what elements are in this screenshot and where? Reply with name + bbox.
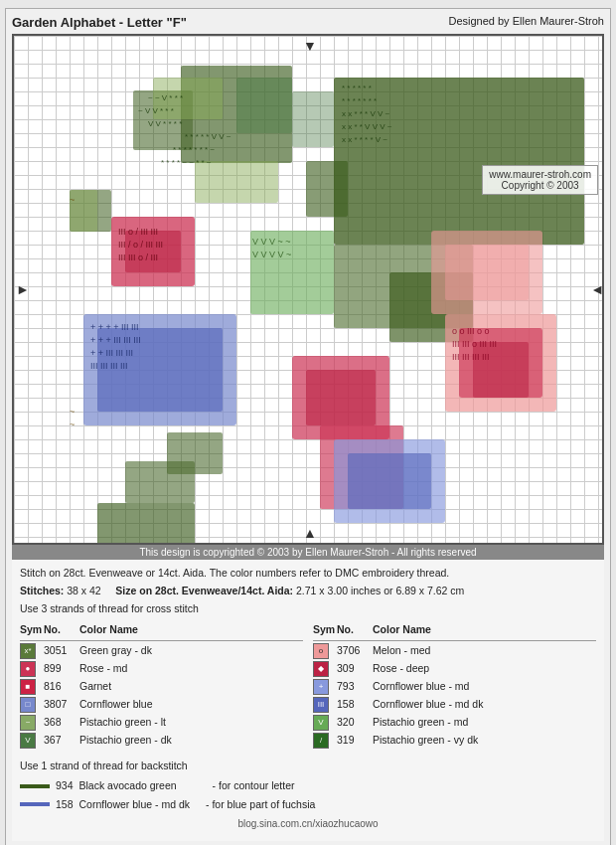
symbol-368: ~: [20, 715, 36, 731]
bs-line-158: [20, 802, 50, 806]
url-line1: www.maurer-stroh.com: [489, 169, 591, 180]
symbol-3051: x*: [20, 643, 36, 659]
name-header-right: Color Name: [373, 622, 596, 638]
svg-text:o o III o o: o o III o o: [452, 326, 490, 336]
size-value: 2.71 x 3.00 inches or 6.89 x 7.62 cm: [296, 585, 464, 596]
svg-text:x x * * * V V ~: x x * * * V V ~: [342, 109, 390, 118]
symbol-3706: o: [313, 643, 329, 659]
footer-url: blog.sina.com.cn/xiaozhucaowo: [20, 816, 596, 835]
symbol-320: V: [313, 715, 329, 731]
legend-row: III 158 Cornflower blue - md dk: [313, 697, 596, 713]
svg-rect-21: [306, 370, 376, 425]
svg-rect-28: [445, 245, 529, 300]
svg-text:III III o / III: III III o / III: [118, 253, 158, 262]
name-368: Pistachio green - lt: [79, 715, 303, 731]
stitch-info-line: Stitch on 28ct. Evenweave or 14ct. Aida.…: [20, 566, 596, 582]
legend-row: o 3706 Melon - med: [313, 643, 596, 659]
legend-right: Sym No. Color Name o 3706 Melon - med ◆ …: [313, 622, 596, 751]
svg-text:* * * * ~ ~ * * ~: * * * * ~ ~ * * ~: [161, 158, 212, 167]
stitches-label: Stitches:: [20, 585, 64, 596]
legend-left-header: Sym No. Color Name: [20, 622, 303, 641]
number-793: 793: [337, 679, 373, 695]
svg-text:+ + III III III: + + III III III: [90, 348, 133, 358]
size-label: Size on 28ct. Evenweave/14ct. Aida:: [115, 585, 293, 596]
no-header-right: No.: [337, 622, 373, 638]
name-309: Rose - deep: [373, 661, 596, 677]
svg-text:~ ~ V * * *: ~ ~ V * * *: [148, 93, 183, 102]
name-367: Pistachio green - dk: [79, 733, 303, 749]
svg-text:* * * * * *: * * * * * *: [342, 84, 372, 92]
symbol-367: V: [20, 733, 36, 749]
legend-row: ~ 368 Pistachio green - lt: [20, 715, 303, 731]
svg-rect-19: [473, 342, 529, 398]
number-368: 368: [44, 715, 79, 731]
symbol-309: ◆: [313, 661, 329, 677]
svg-rect-3: [97, 503, 195, 543]
sym-header-right: Sym: [313, 622, 337, 638]
bs-name-158: Cornflower blue - md dk: [79, 797, 190, 813]
svg-rect-10: [292, 91, 334, 147]
symbol-319: /: [313, 733, 329, 749]
legend-row: V 320 Pistachio green - md: [313, 715, 596, 731]
legend-row: / 319 Pistachio green - vy dk: [313, 733, 596, 749]
symbol-793: +: [313, 679, 329, 695]
number-899: 899: [44, 661, 79, 677]
sym-header-left: Sym: [20, 622, 44, 638]
legend-row: + 793 Cornflower blue - md: [313, 679, 596, 695]
legend-right-header: Sym No. Color Name: [313, 622, 596, 641]
copyright-strip: This design is copyrighted © 2003 by Ell…: [12, 545, 604, 560]
svg-text:V V V V ~: V V V V ~: [252, 250, 291, 259]
number-3706: 3706: [337, 643, 373, 659]
stitches-size-line: Stitches: 38 x 42 Size on 28ct. Evenweav…: [20, 584, 596, 599]
number-320: 320: [337, 715, 373, 731]
svg-text:~: ~: [70, 407, 75, 417]
legend-section: Sym No. Color Name x* 3051 Green gray - …: [20, 622, 596, 751]
svg-text:III o / III III: III o / III III: [118, 227, 158, 237]
svg-rect-5: [167, 432, 223, 474]
svg-rect-16: [125, 231, 181, 272]
pattern-svg: ~ ~ V * * * ~ V V * * * V V * * * * * * …: [14, 36, 604, 543]
legend-row: ◆ 309 Rose - deep: [313, 661, 596, 677]
number-319: 319: [337, 733, 373, 749]
svg-rect-9: [236, 78, 292, 133]
threads-line: Use 3 strands of thread for cross stitch: [20, 601, 596, 617]
bs-number-934: 934: [56, 778, 74, 794]
stitches-value: 38 x 42: [67, 585, 100, 596]
name-3807: Cornflower blue: [79, 697, 303, 713]
info-section: Stitch on 28ct. Evenweave or 14ct. Aida.…: [12, 560, 604, 841]
bs-desc-158: - for blue part of fuchsia: [206, 797, 315, 813]
svg-text:* * * * * * *: * * * * * * *: [342, 96, 377, 105]
symbol-899: ●: [20, 661, 36, 677]
number-3051: 3051: [44, 643, 79, 659]
bs-number-158: 158: [56, 797, 74, 813]
url-box: www.maurer-stroh.com Copyright © 2003: [482, 165, 598, 195]
number-816: 816: [44, 679, 79, 695]
name-899: Rose - md: [79, 661, 303, 677]
svg-text:III III o III III: III III o III III: [452, 339, 497, 349]
svg-text:III III III III: III III III III: [452, 352, 490, 362]
symbol-3807: □: [20, 697, 36, 713]
name-header-left: Color Name: [79, 622, 303, 638]
legend-row: ■ 816 Garnet: [20, 679, 303, 695]
svg-text:* * * * * V V ~: * * * * * V V ~: [185, 132, 231, 141]
svg-text:V V V ~ ~: V V V ~ ~: [252, 237, 291, 247]
svg-text:~: ~: [70, 420, 75, 429]
number-367: 367: [44, 733, 79, 749]
header-row: Garden Alphabet - Letter "F" Designed by…: [12, 15, 604, 30]
svg-text:~ V V * * *: ~ V V * * *: [138, 106, 174, 115]
grid-canvas: ▼ ▲ ► ◄: [14, 36, 604, 543]
svg-text:x x * * V V V ~: x x * * V V V ~: [342, 122, 392, 131]
svg-rect-12: [306, 161, 348, 217]
name-158: Cornflower blue - md dk: [373, 697, 596, 713]
svg-text:V V * * * *: V V * * * *: [148, 119, 182, 128]
svg-text:+ + + + III III: + + + + III III: [90, 322, 139, 332]
number-158: 158: [337, 697, 373, 713]
bs-desc-934: - for contour letter: [213, 778, 295, 794]
backstitch-row-934: 934 Black avocado green - for contour le…: [20, 778, 596, 794]
page-title: Garden Alphabet - Letter "F": [12, 15, 187, 30]
backstitch-header: Use 1 strand of thread for backstitch: [20, 759, 596, 774]
backstitch-section: Use 1 strand of thread for backstitch 93…: [20, 759, 596, 812]
name-3051: Green gray - dk: [79, 643, 303, 659]
name-793: Cornflower blue - md: [373, 679, 596, 695]
name-3706: Melon - med: [373, 643, 596, 659]
